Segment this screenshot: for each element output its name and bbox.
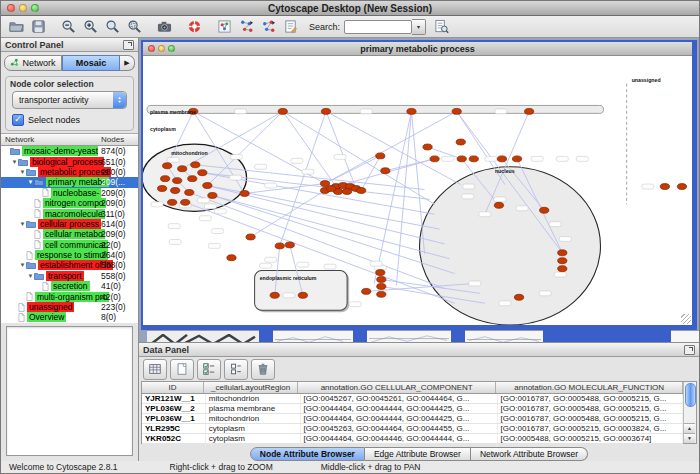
tree-row[interactable]: ▼establishment of lo558(0) [1, 260, 138, 270]
network-node[interactable] [163, 163, 172, 169]
network-node[interactable] [298, 292, 307, 298]
background-window-edge[interactable] [353, 330, 367, 342]
tab-overflow-arrow[interactable]: ▶ [120, 55, 135, 71]
plasma-membrane-compartment[interactable] [147, 105, 603, 113]
tree-column-network[interactable]: Network [1, 135, 34, 144]
table-scrollbar[interactable]: ▲ ▼ [683, 382, 696, 443]
network-node[interactable] [457, 156, 466, 162]
frame-zoom-button[interactable] [168, 45, 175, 52]
background-window-edge[interactable] [543, 330, 671, 342]
tab-network[interactable]: Network [4, 55, 62, 71]
table-column-header[interactable]: annotation.GO MOLECULAR_FUNCTION [496, 382, 683, 393]
tree-row[interactable]: unassigned223(0) [1, 302, 138, 312]
network-node[interactable] [240, 191, 249, 197]
tab-network-attribute-browser[interactable]: Network Attribute Browser [471, 447, 588, 461]
resize-grip[interactable] [681, 314, 691, 324]
network-node[interactable] [188, 176, 197, 182]
network-node[interactable] [540, 207, 549, 213]
tab-node-attribute-browser[interactable]: Node Attribute Browser [250, 447, 365, 461]
disclosure-triangle-icon[interactable]: ▼ [27, 179, 34, 185]
network-node[interactable] [456, 139, 465, 145]
tree-row[interactable]: cell communicat22(0) [1, 240, 138, 250]
tree-row[interactable]: multi-organism pro42(0) [1, 291, 138, 301]
network-node[interactable] [362, 288, 371, 294]
frame-close-button[interactable] [148, 45, 155, 52]
network-node[interactable] [423, 144, 432, 150]
network-node[interactable] [285, 242, 294, 248]
tree-row[interactable]: ▼biological_process651(0) [1, 156, 138, 166]
background-network-thumbnail[interactable] [147, 330, 259, 342]
network-view-titlebar[interactable]: primary metabolic process [143, 42, 692, 56]
network-node[interactable] [171, 188, 180, 194]
network-node[interactable] [157, 186, 166, 192]
network-node[interactable] [160, 176, 169, 182]
search-dropdown-button[interactable]: ▾ [412, 19, 426, 35]
disclosure-triangle-icon[interactable]: ▼ [11, 159, 18, 165]
network-node[interactable] [278, 108, 287, 114]
help-ring-icon[interactable] [184, 18, 204, 36]
table-icon[interactable] [143, 359, 167, 380]
network-node[interactable] [514, 294, 523, 300]
table-column-header[interactable]: _cellularLayoutRegion [204, 382, 298, 393]
unselect-attributes-icon[interactable] [224, 359, 248, 380]
network-node[interactable] [191, 162, 200, 168]
zoom-fit-icon[interactable] [102, 18, 122, 36]
network-tool-b-icon[interactable] [258, 18, 278, 36]
tree-row[interactable]: response to stimul264(0) [1, 250, 138, 260]
network-tool-a-icon[interactable] [236, 18, 256, 36]
tree-row[interactable]: ▼primary metabo209(... [1, 177, 138, 187]
network-node[interactable] [376, 270, 385, 276]
close-button[interactable] [7, 4, 15, 12]
new-attribute-icon[interactable] [170, 359, 194, 380]
network-node[interactable] [430, 156, 439, 162]
save-icon[interactable] [28, 18, 48, 36]
network-node[interactable] [342, 189, 351, 195]
tree-row[interactable]: secretion41(0) [1, 281, 138, 291]
network-node[interactable] [377, 291, 386, 297]
graphics-details-icon[interactable] [214, 18, 234, 36]
network-node[interactable] [357, 188, 366, 194]
network-node[interactable] [326, 186, 335, 192]
select-nodes-checkbox[interactable]: ✓ [12, 114, 24, 126]
background-window[interactable] [671, 330, 699, 342]
snapshot-camera-icon[interactable] [154, 18, 174, 36]
disclosure-triangle-icon[interactable]: ▼ [19, 262, 26, 268]
tree-row[interactable]: nucleobase-209(0) [1, 188, 138, 198]
network-node[interactable] [208, 192, 217, 198]
network-node[interactable] [203, 183, 212, 189]
tree-row[interactable]: nitrogen compo209(0) [1, 198, 138, 208]
network-node[interactable] [227, 255, 236, 261]
minimize-button[interactable] [19, 4, 27, 12]
scrollbar-thumb[interactable] [685, 383, 696, 407]
background-window-edge[interactable] [451, 330, 465, 342]
network-node[interactable] [497, 156, 506, 162]
background-window[interactable] [273, 330, 353, 342]
background-window-edge[interactable] [259, 330, 273, 342]
network-node[interactable] [512, 156, 521, 162]
network-node[interactable] [168, 199, 177, 205]
network-node[interactable] [173, 178, 182, 184]
network-node[interactable] [494, 202, 503, 208]
background-window[interactable] [465, 330, 543, 342]
network-node[interactable] [377, 283, 386, 289]
disclosure-triangle-icon[interactable]: ▼ [27, 273, 34, 279]
network-node[interactable] [452, 108, 461, 114]
network-node[interactable] [558, 250, 567, 256]
network-node[interactable] [558, 258, 567, 264]
birds-eye-view[interactable] [6, 326, 133, 456]
zoom-region-icon[interactable] [124, 18, 144, 36]
tree-row[interactable]: ▼metabolic process280(0) [1, 167, 138, 177]
network-node[interactable] [321, 108, 330, 114]
table-column-header[interactable]: annotation.GO CELLULAR_COMPONENT [298, 382, 496, 393]
network-node[interactable] [270, 292, 279, 298]
window-titlebar[interactable]: Cytoscape Desktop (New Session) [1, 1, 699, 16]
table-row[interactable]: YLR295Ccytoplasm[GO:0045263, GO:0044464,… [142, 424, 683, 434]
network-node[interactable] [660, 184, 669, 190]
scroll-up-button[interactable]: ▲ [684, 423, 695, 433]
background-window[interactable] [367, 330, 451, 342]
network-node[interactable] [275, 243, 284, 249]
network-node[interactable] [198, 170, 207, 176]
tree-column-nodes[interactable]: Nodes [101, 135, 124, 144]
network-node[interactable] [381, 168, 390, 174]
network-node[interactable] [185, 190, 194, 196]
